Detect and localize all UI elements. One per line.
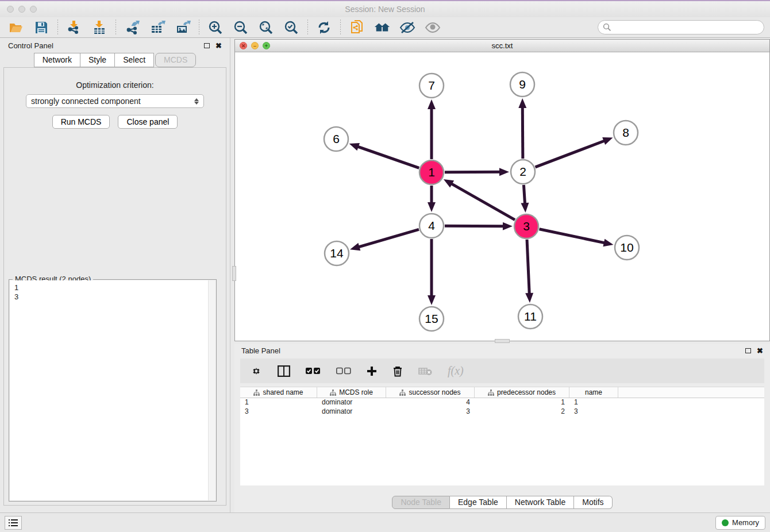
- tab-network-table[interactable]: Network Table: [507, 496, 574, 509]
- edge-1-6[interactable]: [357, 147, 419, 168]
- search-input[interactable]: [611, 23, 759, 32]
- column-header-successor-nodes[interactable]: successor nodes: [386, 387, 475, 398]
- table-cell[interactable]: 2: [475, 407, 569, 417]
- tab-mcds[interactable]: MCDS: [155, 53, 196, 67]
- float-table-panel-icon[interactable]: [745, 348, 751, 353]
- unselect-all-columns-icon[interactable]: [336, 367, 351, 375]
- close-table-panel-icon[interactable]: ✖: [757, 348, 763, 353]
- float-panel-icon[interactable]: [204, 43, 210, 48]
- edge-2-8[interactable]: [536, 140, 606, 167]
- table-header-row: shared nameMCDS rolesuccessor nodesprede…: [240, 387, 764, 398]
- column-header-name[interactable]: name: [569, 387, 618, 398]
- result-scrollbar[interactable]: [208, 280, 215, 500]
- table-cell[interactable]: 1: [240, 398, 317, 407]
- new-network-from-selection-icon[interactable]: [349, 20, 365, 36]
- zoom-selected-icon[interactable]: [283, 20, 299, 36]
- table-cell[interactable]: dominator: [317, 407, 386, 417]
- graph-node-label-15: 15: [425, 312, 438, 325]
- add-column-icon[interactable]: [367, 366, 377, 376]
- table-row[interactable]: 3dominator323: [240, 407, 764, 417]
- hierarchy-home-icon[interactable]: [374, 20, 390, 36]
- edge-arrow-1-7: [428, 99, 436, 109]
- edge-3-11[interactable]: [527, 240, 529, 295]
- network-maximize-icon[interactable]: +: [263, 42, 270, 49]
- mcds-result-list[interactable]: 13: [10, 280, 215, 500]
- column-layout-icon[interactable]: [278, 365, 290, 377]
- network-window-titlebar[interactable]: ✕ – + scc.txt: [235, 40, 769, 52]
- tab-select[interactable]: Select: [115, 53, 154, 67]
- graph-node-label-14: 14: [330, 246, 344, 260]
- table-cell[interactable]: 1: [569, 398, 618, 407]
- refresh-layout-icon[interactable]: [316, 20, 332, 36]
- table-cell[interactable]: 4: [386, 398, 475, 407]
- network-view-window: ✕ – + scc.txt 7968124314101511: [234, 39, 770, 341]
- edge-3-10[interactable]: [540, 229, 606, 243]
- graph-node-label-2: 2: [519, 165, 526, 178]
- export-table-icon[interactable]: [149, 20, 165, 36]
- tab-edge-table[interactable]: Edge Table: [450, 496, 507, 509]
- tab-node-table[interactable]: Node Table: [392, 496, 450, 509]
- memory-status-icon: [722, 519, 729, 526]
- control-panel: Control Panel ✖ NetworkStyleSelectMCDS O…: [0, 38, 230, 512]
- column-header-shared-name[interactable]: shared name: [240, 387, 317, 398]
- open-session-icon[interactable]: [8, 20, 24, 36]
- horizontal-splitter-handle[interactable]: [495, 339, 510, 343]
- function-builder-icon[interactable]: f(x): [448, 364, 464, 377]
- graph-node-label-9: 9: [519, 78, 526, 91]
- table-cell[interactable]: 3: [569, 407, 618, 417]
- table-cell[interactable]: dominator: [317, 398, 386, 407]
- run-mcds-button[interactable]: Run MCDS: [52, 115, 110, 129]
- show-graphics-details-icon[interactable]: [425, 20, 441, 36]
- table-cell[interactable]: 1: [475, 398, 569, 407]
- import-network-icon[interactable]: [66, 20, 82, 36]
- edge-4-14[interactable]: [357, 229, 418, 247]
- network-canvas[interactable]: 7968124314101511: [235, 52, 769, 341]
- close-panel-button[interactable]: Close panel: [118, 115, 178, 129]
- search-field[interactable]: [598, 20, 764, 34]
- table-panel-title: Table Panel: [241, 346, 280, 355]
- edge-2-9[interactable]: [522, 106, 523, 159]
- column-type-icon: [399, 390, 406, 396]
- edge-2-3[interactable]: [523, 185, 525, 205]
- graph-node-label-10: 10: [620, 241, 633, 254]
- tab-network[interactable]: Network: [34, 53, 80, 67]
- edge-1-2[interactable]: [445, 172, 501, 172]
- column-header-predecessor-nodes[interactable]: predecessor nodes: [475, 387, 569, 398]
- network-close-icon[interactable]: ✕: [240, 42, 247, 49]
- edge-3-1[interactable]: [451, 183, 515, 220]
- export-network-icon[interactable]: [124, 20, 140, 36]
- hide-graphics-details-icon[interactable]: [399, 20, 415, 36]
- table-cell[interactable]: 3: [240, 407, 317, 417]
- optimization-criterion-select[interactable]: strongly connected component: [26, 94, 204, 108]
- vertical-splitter-handle[interactable]: [232, 266, 236, 281]
- close-panel-icon[interactable]: ✖: [215, 43, 222, 48]
- graph-node-label-6: 6: [333, 132, 340, 145]
- edge-arrow-2-8: [602, 137, 613, 145]
- import-table-icon[interactable]: [91, 20, 107, 36]
- export-image-icon[interactable]: [175, 20, 191, 36]
- column-header-MCDS-role[interactable]: MCDS role: [317, 387, 386, 398]
- zoom-out-icon[interactable]: [233, 20, 249, 36]
- column-type-icon: [488, 390, 494, 396]
- save-session-icon[interactable]: [33, 20, 49, 36]
- edge-4-3[interactable]: [445, 226, 505, 226]
- memory-button[interactable]: Memory: [715, 516, 765, 530]
- table-row[interactable]: 1dominator411: [240, 398, 764, 407]
- table-settings-icon[interactable]: [251, 365, 262, 377]
- select-stepper-icon: [194, 98, 199, 105]
- select-all-columns-icon[interactable]: [306, 367, 321, 375]
- table-cell[interactable]: 3: [386, 407, 475, 417]
- delete-columns-icon[interactable]: [392, 365, 403, 377]
- mcds-tab-content: Optimization criterion: strongly connect…: [3, 67, 226, 506]
- status-bar: Memory: [0, 512, 770, 532]
- network-minimize-icon[interactable]: –: [251, 42, 259, 49]
- column-header-label: name: [585, 388, 602, 396]
- table-toolbar: f(x): [240, 358, 764, 383]
- window-title: Session: New Session: [0, 5, 770, 14]
- tab-style[interactable]: Style: [80, 53, 115, 67]
- zoom-fit-icon[interactable]: [258, 20, 274, 36]
- delete-table-icon[interactable]: [418, 367, 432, 376]
- task-history-button[interactable]: [5, 516, 22, 530]
- tab-motifs[interactable]: Motifs: [574, 496, 612, 509]
- zoom-in-icon[interactable]: [207, 20, 224, 36]
